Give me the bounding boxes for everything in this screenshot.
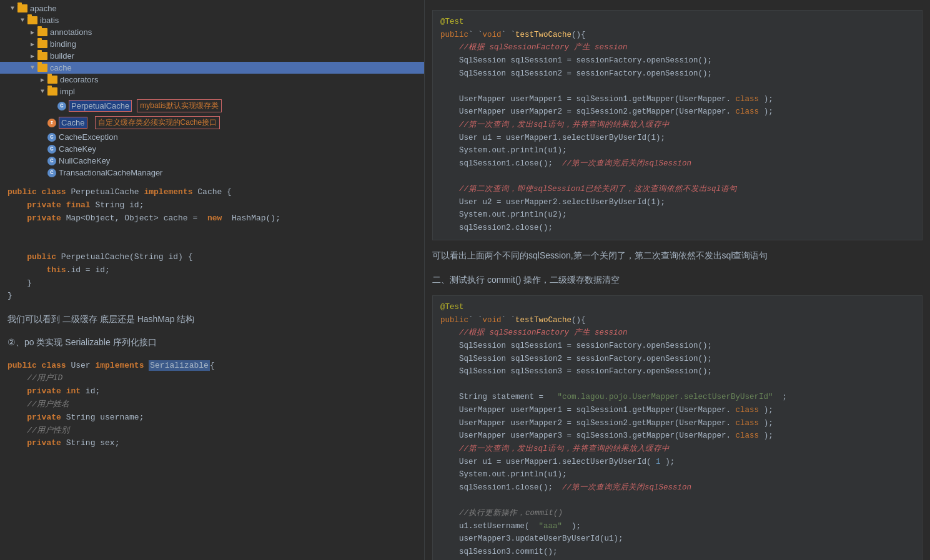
tree-label-ibatis: ibatis: [40, 16, 59, 25]
folder-icon-annotations: [37, 28, 47, 36]
arrow-impl: ▼: [37, 88, 47, 95]
tree-item-nullcachekey[interactable]: C NullCacheKey: [0, 155, 424, 167]
file-tree: ▼ apache ▼ ibatis ▶ annotations ▶ bindin…: [0, 0, 424, 181]
tree-label-apache: apache: [30, 4, 57, 13]
description2: ②、po 类实现 Serializable 序列化接口: [0, 331, 424, 354]
interface-icon-cache: I: [47, 119, 56, 127]
code-block-1: @Test public` `void` `testTwoCache(){ //…: [432, 10, 923, 240]
annotation-perpetualcache: mybatis默认实现缓存类: [137, 99, 221, 112]
tree-item-cacheexception[interactable]: C CacheException: [0, 131, 424, 143]
right-text-2: 二、测试执行 commit() 操作，二级缓存数据清空: [432, 270, 923, 290]
tree-item-ibatis[interactable]: ▼ ibatis: [0, 14, 424, 26]
folder-icon-ibatis: [27, 16, 37, 24]
left-panel: ▼ apache ▼ ibatis ▶ annotations ▶ bindin…: [0, 0, 425, 560]
tree-label-cache: cache: [50, 63, 72, 72]
folder-icon-decorators: [47, 76, 57, 84]
tree-label-decorators: decorators: [60, 75, 98, 84]
arrow-ibatis: ▼: [17, 17, 27, 24]
tree-item-perpetualcache[interactable]: C PerpetualCache mybatis默认实现缓存类: [0, 97, 424, 114]
arrow-decorators: ▶: [37, 76, 47, 84]
arrow-cache: ▼: [27, 64, 37, 71]
folder-icon-binding: [37, 40, 47, 48]
tree-item-apache[interactable]: ▼ apache: [0, 2, 424, 14]
class-icon-cacheexception: C: [47, 133, 56, 142]
tree-item-transactionalcachemanager[interactable]: C TransactionalCacheManager: [0, 167, 424, 179]
right-panel: @Test public` `void` `testTwoCache(){ //…: [425, 0, 930, 560]
tree-label-impl: impl: [60, 87, 75, 96]
tree-label-annotations: annotations: [50, 27, 92, 37]
tree-label-cache-interface: Cache: [59, 117, 87, 129]
tree-label-builder: builder: [50, 51, 74, 61]
class-icon-perpetualcache: C: [57, 102, 66, 111]
folder-icon-impl: [47, 87, 57, 96]
class-icon-transactionalcachemanager: C: [47, 169, 56, 177]
arrow-builder: ▶: [27, 52, 37, 60]
tree-item-annotations[interactable]: ▶ annotations: [0, 26, 424, 38]
tree-item-impl[interactable]: ▼ impl: [0, 86, 424, 97]
arrow-annotations: ▶: [27, 29, 37, 36]
code-block-2: @Test public` `void` `testTwoCache(){ //…: [432, 295, 923, 560]
tree-label-cachekey: CacheKey: [59, 144, 96, 154]
tree-label-transactionalcachemanager: TransactionalCacheManager: [59, 168, 162, 177]
tree-label-nullcachekey: NullCacheKey: [59, 156, 110, 165]
tree-label-perpetualcache: PerpetualCache: [69, 100, 132, 112]
folder-icon-builder: [37, 52, 47, 60]
folder-icon-cache: [37, 64, 47, 72]
description1: 我们可以看到 二级缓存 底层还是 HashMap 结构: [0, 308, 424, 331]
class-icon-cachekey: C: [47, 145, 56, 154]
arrow-apache: ▼: [7, 5, 17, 12]
perpetualcache-code: public class PerpetualCache implements C…: [0, 181, 424, 308]
tree-item-cache[interactable]: ▼ cache: [0, 62, 424, 74]
folder-icon-apache: [17, 4, 27, 12]
arrow-binding: ▶: [27, 41, 37, 48]
tree-item-builder[interactable]: ▶ builder: [0, 50, 424, 62]
tree-item-binding[interactable]: ▶ binding: [0, 38, 424, 50]
user-class-code: public class User implements Serializabl…: [0, 355, 424, 456]
right-text-1: 可以看出上面两个不同的sqlSession,第一个关闭了，第二次查询依然不发出s…: [432, 245, 923, 266]
tree-label-binding: binding: [50, 39, 76, 49]
class-icon-nullcachekey: C: [47, 157, 56, 165]
tree-item-cache-interface[interactable]: I Cache 自定义缓存类必须实现的Cache接口: [0, 114, 424, 131]
tree-item-cachekey[interactable]: C CacheKey: [0, 143, 424, 155]
tree-item-decorators[interactable]: ▶ decorators: [0, 74, 424, 86]
tree-label-cacheexception: CacheException: [59, 132, 118, 142]
annotation-cache-interface: 自定义缓存类必须实现的Cache接口: [95, 116, 220, 129]
